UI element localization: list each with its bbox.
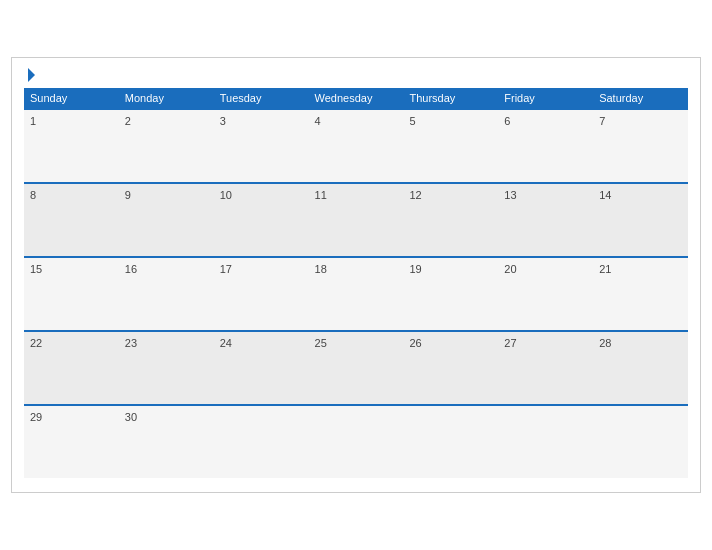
- day-number: 16: [125, 263, 137, 275]
- header-friday: Friday: [498, 88, 593, 108]
- day-cell: 16: [119, 258, 214, 330]
- day-number: 2: [125, 115, 131, 127]
- header-monday: Monday: [119, 88, 214, 108]
- calendar-grid: 1234567891011121314151617181920212223242…: [24, 108, 688, 478]
- day-number: 19: [409, 263, 421, 275]
- day-number: 8: [30, 189, 36, 201]
- calendar-header: [24, 68, 688, 82]
- header-tuesday: Tuesday: [214, 88, 309, 108]
- day-number: 4: [315, 115, 321, 127]
- day-cell: 7: [593, 110, 688, 182]
- header-saturday: Saturday: [593, 88, 688, 108]
- header-sunday: Sunday: [24, 88, 119, 108]
- week-row: 1234567: [24, 108, 688, 182]
- day-cell: 6: [498, 110, 593, 182]
- day-cell: 4: [309, 110, 404, 182]
- day-cell: 29: [24, 406, 119, 478]
- logo-triangle-icon: [28, 68, 35, 82]
- day-cell: 9: [119, 184, 214, 256]
- day-cell: 26: [403, 332, 498, 404]
- day-cell: 20: [498, 258, 593, 330]
- day-cell: 25: [309, 332, 404, 404]
- day-cell: 3: [214, 110, 309, 182]
- week-row: 891011121314: [24, 182, 688, 256]
- day-cell: 11: [309, 184, 404, 256]
- logo-blue-text: [24, 68, 35, 82]
- day-number: 29: [30, 411, 42, 423]
- day-number: 17: [220, 263, 232, 275]
- day-cell: 19: [403, 258, 498, 330]
- calendar: Sunday Monday Tuesday Wednesday Thursday…: [11, 57, 701, 493]
- day-cell: 27: [498, 332, 593, 404]
- day-cell: 12: [403, 184, 498, 256]
- day-cell: [498, 406, 593, 478]
- day-number: 14: [599, 189, 611, 201]
- day-cell: 13: [498, 184, 593, 256]
- day-cell: 18: [309, 258, 404, 330]
- day-cell: [309, 406, 404, 478]
- day-cell: 17: [214, 258, 309, 330]
- header-thursday: Thursday: [403, 88, 498, 108]
- day-number: 11: [315, 189, 327, 201]
- day-number: 3: [220, 115, 226, 127]
- day-number: 15: [30, 263, 42, 275]
- day-cell: 22: [24, 332, 119, 404]
- day-number: 12: [409, 189, 421, 201]
- day-cell: 21: [593, 258, 688, 330]
- day-cell: [593, 406, 688, 478]
- day-number: 13: [504, 189, 516, 201]
- day-cell: 15: [24, 258, 119, 330]
- logo: [24, 68, 35, 82]
- day-number: 6: [504, 115, 510, 127]
- day-headers-row: Sunday Monday Tuesday Wednesday Thursday…: [24, 88, 688, 108]
- day-cell: [214, 406, 309, 478]
- day-cell: 30: [119, 406, 214, 478]
- day-number: 21: [599, 263, 611, 275]
- day-number: 30: [125, 411, 137, 423]
- day-number: 10: [220, 189, 232, 201]
- day-cell: 28: [593, 332, 688, 404]
- header-wednesday: Wednesday: [309, 88, 404, 108]
- day-number: 9: [125, 189, 131, 201]
- day-cell: 14: [593, 184, 688, 256]
- day-number: 26: [409, 337, 421, 349]
- day-number: 20: [504, 263, 516, 275]
- day-cell: 10: [214, 184, 309, 256]
- day-number: 28: [599, 337, 611, 349]
- day-number: 5: [409, 115, 415, 127]
- day-cell: 1: [24, 110, 119, 182]
- day-cell: [403, 406, 498, 478]
- day-cell: 2: [119, 110, 214, 182]
- day-cell: 23: [119, 332, 214, 404]
- day-cell: 5: [403, 110, 498, 182]
- day-number: 22: [30, 337, 42, 349]
- day-number: 1: [30, 115, 36, 127]
- week-row: 15161718192021: [24, 256, 688, 330]
- day-number: 18: [315, 263, 327, 275]
- week-row: 22232425262728: [24, 330, 688, 404]
- day-number: 27: [504, 337, 516, 349]
- day-number: 24: [220, 337, 232, 349]
- day-number: 25: [315, 337, 327, 349]
- week-row: 2930: [24, 404, 688, 478]
- day-cell: 8: [24, 184, 119, 256]
- day-number: 23: [125, 337, 137, 349]
- day-cell: 24: [214, 332, 309, 404]
- day-number: 7: [599, 115, 605, 127]
